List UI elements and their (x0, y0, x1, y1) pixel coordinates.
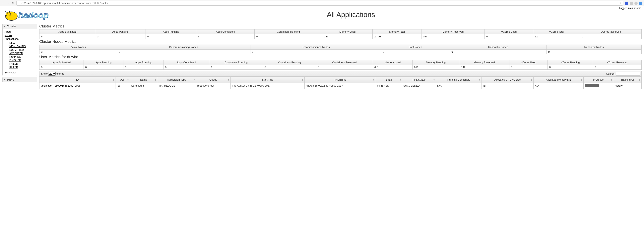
node-count-link[interactable]: 0 (119, 50, 120, 53)
extension-icon[interactable] (630, 1, 633, 5)
page-size-select[interactable]: 20 (48, 72, 56, 76)
sidebar-scheduler-link[interactable]: Scheduler (4, 71, 35, 74)
metric-value: 0 B (373, 65, 412, 70)
table-row: application_1502966552259_0006rootword c… (40, 83, 642, 89)
tracking-link[interactable]: History (614, 84, 622, 87)
metric-header: Apps Submitted (40, 60, 84, 65)
extension-icon[interactable] (625, 1, 628, 5)
node-count-link[interactable]: 0 (383, 50, 384, 53)
page-header: hadoop All Applications Logged in as: dr… (0, 6, 644, 22)
metric-header: Decommissioning Nodes (117, 45, 250, 50)
sort-icon: ▲▼ (127, 79, 129, 81)
sidebar-state-running[interactable]: RUNNING (9, 55, 35, 59)
column-header[interactable]: Allocated Memory MB▲▼ (533, 77, 584, 83)
node-count-link[interactable]: 0 (548, 50, 550, 53)
cell: root (116, 83, 130, 89)
column-header[interactable]: State▲▼ (376, 77, 402, 83)
extension-icons (625, 1, 642, 5)
column-header[interactable]: User▲▼ (116, 77, 130, 83)
nodes-metrics-title: Cluster Nodes Metrics (39, 39, 642, 44)
sort-icon: ▲▼ (228, 79, 230, 81)
column-header[interactable]: Name▲▼ (130, 77, 157, 83)
sidebar-state-failed[interactable]: FAILED (9, 62, 35, 66)
back-button[interactable]: ← (2, 1, 5, 5)
column-header[interactable]: Tracking UI▲▼ (613, 77, 642, 83)
metric-header: VCores Used (485, 29, 533, 34)
metric-value: 0 (316, 65, 373, 70)
metric-header: VCores Reserved (593, 60, 642, 65)
extension-icon[interactable] (634, 1, 638, 5)
metric-header: Apps Completed (196, 29, 254, 34)
metric-value: 0 (40, 65, 84, 70)
metric-header: Apps Pending (95, 29, 146, 34)
reload-button[interactable]: ⟳ (12, 1, 14, 5)
hadoop-logo[interactable]: hadoop (2, 7, 60, 22)
metric-value: 0 (84, 65, 124, 70)
node-count-link[interactable]: 0 (452, 50, 453, 53)
column-header[interactable]: Queue▲▼ (196, 77, 231, 83)
metric-header: VCores Used (509, 60, 548, 65)
metric-value: 0 (509, 65, 548, 70)
search-input[interactable] (616, 72, 640, 76)
metric-header: Active Nodes (40, 45, 117, 50)
sidebar-cluster-header[interactable]: Cluster (2, 24, 37, 29)
column-header[interactable]: FinalStatus▲▼ (402, 77, 436, 83)
forward-button[interactable]: → (6, 1, 10, 5)
column-header[interactable]: Allocated CPU VCores▲▼ (482, 77, 533, 83)
metric-header: Apps Running (146, 29, 196, 34)
address-bar[interactable]: ⓘ ec2-54-169-0-166.ap-southeast-1.comput… (16, 1, 623, 5)
metric-header: Memory Reserved (421, 29, 485, 34)
metric-header: Apps Submitted (40, 29, 95, 34)
column-header[interactable]: Running Containers▲▼ (436, 77, 482, 83)
column-header[interactable]: StartTime▲▼ (231, 77, 304, 83)
metric-value: 12 (533, 34, 580, 39)
bookmark-star-icon[interactable]: ☆ (619, 1, 622, 5)
cell: N/A (436, 83, 482, 89)
sidebar-about-link[interactable]: About (4, 30, 35, 34)
url-host: ec2-54-169-0-166.ap-southeast-1.compute.… (22, 1, 91, 4)
metric-value: 0 B (412, 65, 459, 70)
page-title: All Applications (60, 10, 642, 19)
metric-value: 0 B (459, 65, 509, 70)
cell: root.users.root (196, 83, 231, 89)
translate-icon[interactable] (639, 1, 642, 5)
sidebar-tools-header[interactable]: Tools (2, 77, 37, 82)
metric-header: VCores Reserved (580, 29, 642, 34)
metric-value: 0 (254, 34, 322, 39)
sidebar-state-killed[interactable]: KILLED (9, 66, 35, 69)
entries-label: entries (56, 72, 64, 75)
column-header[interactable]: Progress▲▼ (584, 77, 613, 83)
metric-value: 0 (146, 34, 196, 39)
search-label: Search: (606, 72, 615, 75)
cell: Thu Aug 17 23:46:12 +0800 2017 (231, 83, 304, 89)
metric-value: 0 (164, 65, 209, 70)
sidebar-state-new[interactable]: NEW (9, 41, 35, 45)
metric-header: VCores Total (533, 29, 580, 34)
app-id-link[interactable]: application_1502966552259_0006 (41, 84, 80, 87)
metric-header: Apps Completed (164, 60, 209, 65)
sort-icon: ▲▼ (638, 79, 640, 81)
sidebar-cluster-panel: Cluster About Nodes Applications NEW NEW… (2, 24, 37, 76)
url-port: :8088 (92, 1, 99, 4)
node-count-link[interactable]: 3 (41, 50, 42, 53)
sidebar-applications-link[interactable]: Applications (4, 37, 35, 41)
sidebar-state-new-saving[interactable]: NEW_SAVING (9, 45, 35, 48)
sidebar-nodes-link[interactable]: Nodes (4, 34, 35, 37)
metric-value: 0 (548, 65, 593, 70)
metric-value: 0 (593, 65, 642, 70)
sidebar-state-accepted[interactable]: ACCEPTED (9, 52, 35, 55)
column-header[interactable]: FinishTime▲▼ (304, 77, 376, 83)
column-header[interactable]: Application Type▲▼ (157, 77, 196, 83)
sort-icon: ▲▼ (433, 79, 435, 81)
metric-value: 0 (485, 34, 533, 39)
column-header[interactable]: ID▲▼ (40, 77, 116, 83)
sidebar-state-submitted[interactable]: SUBMITTED (9, 48, 35, 52)
metric-header: Memory Used (322, 29, 372, 34)
metric-value: 0 (124, 65, 164, 70)
sort-icon: ▲▼ (112, 79, 114, 81)
sidebar: Cluster About Nodes Applications NEW NEW… (2, 24, 37, 89)
sidebar-app-states: NEW NEW_SAVING SUBMITTED ACCEPTED RUNNIN… (4, 41, 35, 69)
node-count-link[interactable]: 0 (252, 50, 254, 53)
sidebar-state-finished[interactable]: FINISHED (9, 59, 35, 62)
site-info-icon[interactable]: ⓘ (18, 1, 20, 5)
